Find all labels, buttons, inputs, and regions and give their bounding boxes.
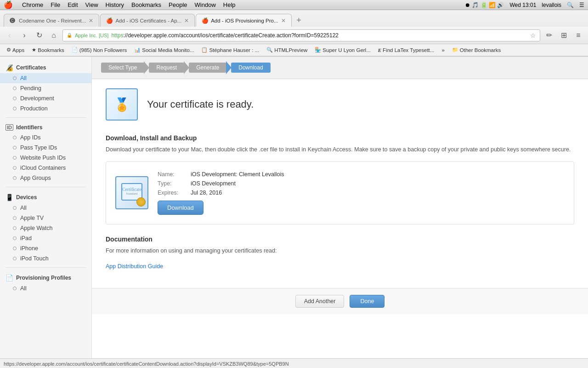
identifiers-section-header: ID Identifiers — [0, 121, 91, 132]
bookmark-apps[interactable]: ⚙ Apps — [4, 46, 27, 54]
bookmark-stephane[interactable]: 📋 Stéphane Hauser : ... — [198, 46, 262, 54]
apple-menu[interactable]: 🍎 — [4, 0, 13, 9]
bullet-appids — [13, 136, 17, 139]
extensions-button[interactable]: ✏ — [543, 29, 555, 41]
divider-1 — [6, 117, 86, 118]
address-bar[interactable]: 🔒 Apple Inc. [US] https://developer.appl… — [62, 29, 540, 41]
tab-1-close[interactable]: ✕ — [89, 17, 93, 24]
sidebar-item-all-certs[interactable]: All — [0, 73, 91, 83]
sidebar-label-iphone: iPhone — [20, 245, 38, 252]
menu-view[interactable]: View — [85, 1, 98, 8]
sidebar-item-pending[interactable]: Pending — [0, 83, 91, 93]
bookmark-htmlpreview-label: HTMLPreview — [274, 47, 307, 53]
cert-ready-icon-inner: 🏅 — [114, 97, 130, 112]
htmlpreview-icon: 🔍 — [266, 47, 273, 53]
bookmark-social[interactable]: 📊 Social Media Monito... — [131, 46, 197, 54]
secure-label: Apple Inc. [US] — [75, 33, 108, 38]
sidebar-label-all-provisioning: All — [20, 285, 27, 292]
menu-bar: 🍎 Chrome File Edit View History Bookmark… — [0, 0, 588, 10]
address-url[interactable]: https://developer.apple.com/account/ios/… — [111, 32, 527, 39]
add-another-button[interactable]: Add Another — [295, 295, 345, 308]
home-button[interactable]: ⌂ — [48, 29, 60, 41]
bullet-all-provisioning — [13, 287, 17, 290]
menu-help[interactable]: Help — [223, 1, 236, 8]
provisioning-icon: 📄 — [6, 274, 13, 282]
back-button[interactable]: ‹ — [4, 29, 16, 41]
bullet-all-certs — [13, 76, 17, 80]
bookmark-htmlpreview[interactable]: 🔍 HTMLPreview — [264, 46, 310, 54]
tab-2-favicon: 🍎 — [106, 17, 113, 24]
sidebar-label-passtypeids: Pass Type IDs — [20, 144, 57, 151]
menu-bookmarks[interactable]: Bookmarks — [131, 1, 161, 8]
chrome-menu-button[interactable]: ≡ — [572, 29, 584, 41]
menu-bar-icons: ⏺ 🎵 🔋 📶 🔊 — [465, 2, 504, 8]
app-distribution-guide-link[interactable]: App Distribution Guide — [106, 263, 163, 270]
cert-name-label: Name: — [158, 171, 185, 178]
divider-3 — [6, 267, 86, 268]
svg-text:Certificate: Certificate — [122, 187, 142, 192]
tab-2-close[interactable]: ✕ — [184, 17, 189, 24]
menu-window[interactable]: Window — [195, 1, 216, 8]
tab-3[interactable]: 🍎 Add - iOS Provisioning Pro... ✕ — [196, 14, 291, 27]
bullet-ipad — [13, 236, 17, 240]
sidebar-item-iphone[interactable]: iPhone — [0, 243, 91, 253]
download-button[interactable]: Download — [158, 201, 204, 215]
cert-ready-title: Your certificate is ready. — [147, 98, 254, 110]
sidebar-item-appgroups[interactable]: App Groups — [0, 173, 91, 183]
sidebar-item-ipad[interactable]: iPad — [0, 233, 91, 243]
sidebar-item-ipodtouch[interactable]: iPod Touch — [0, 253, 91, 264]
menu-people[interactable]: People — [169, 1, 187, 8]
cert-type-label: Type: — [158, 180, 185, 187]
tab-3-close[interactable]: ✕ — [281, 17, 286, 24]
bookmark-star[interactable]: ☆ — [530, 32, 536, 39]
sidebar-item-applewatch[interactable]: Apple Watch — [0, 223, 91, 233]
provisioning-section-header: 📄 Provisioning Profiles — [0, 271, 91, 283]
menu-history[interactable]: History — [106, 1, 124, 8]
menu-chrome[interactable]: Chrome — [22, 1, 43, 8]
bookmark-other[interactable]: 📁 Other Bookmarks — [449, 46, 503, 54]
step-download: Download — [231, 63, 270, 73]
bookmark-nonfollowers[interactable]: 📄 (985) Non Followers — [69, 46, 130, 54]
menu-bar-search[interactable]: 🔍 — [567, 2, 574, 8]
sidebar-item-websitepushids[interactable]: Website Push IDs — [0, 153, 91, 163]
bookmark-stephane-label: Stéphane Hauser : ... — [209, 47, 259, 53]
tab-1[interactable]: 🅒 Codename One - Reinvent... ✕ — [4, 14, 99, 27]
identifiers-label: Identifiers — [16, 124, 42, 131]
cert-type-value: iOS Development — [191, 180, 236, 187]
download-install-desc: Download your certificate to your Mac, t… — [106, 145, 574, 154]
certificates-label: Certificates — [16, 64, 46, 71]
sidebar-label-pending: Pending — [20, 85, 41, 92]
menu-file[interactable]: File — [51, 1, 60, 8]
devices-label: Devices — [16, 194, 37, 201]
sidebar-label-appletv: Apple TV — [20, 215, 44, 221]
menu-edit[interactable]: Edit — [68, 1, 78, 8]
bookmark-bookmarks[interactable]: ★ Bookmarks — [29, 46, 67, 54]
menu-bar-user[interactable]: levallois — [542, 2, 561, 8]
certificates-icon: 🔏 — [6, 64, 13, 71]
sidebar-item-icloudcontainers[interactable]: iCloud Containers — [0, 163, 91, 173]
sidebar-item-production[interactable]: Production — [0, 104, 91, 114]
bookmark-superu[interactable]: 🏪 Super U Lyon Gerl... — [312, 46, 373, 54]
cert-expires-row: Expires: Jul 28, 2016 — [158, 190, 565, 196]
bookmark-nonfollowers-label: (985) Non Followers — [79, 47, 127, 53]
customize-button[interactable]: ⊞ — [558, 29, 570, 41]
reload-button[interactable]: ↻ — [33, 29, 45, 41]
tab-1-favicon: 🅒 — [10, 17, 16, 24]
sidebar-label-all-certs: All — [20, 75, 27, 81]
sidebar-item-passtypeids[interactable]: Pass Type IDs — [0, 143, 91, 153]
new-tab-button[interactable]: + — [293, 14, 305, 27]
bookmarks-bar: ⚙ Apps ★ Bookmarks 📄 (985) Non Followers… — [0, 44, 588, 56]
menu-bar-list[interactable]: ☰ — [579, 2, 584, 8]
tab-2[interactable]: 🍎 Add - iOS Certificates - Ap... ✕ — [100, 14, 195, 27]
bookmark-latex[interactable]: E Find LaTex Typesett... — [375, 46, 437, 54]
sidebar-item-development[interactable]: Development — [0, 93, 91, 104]
sidebar-item-appids[interactable]: App IDs — [0, 132, 91, 143]
cert-type-row: Type: iOS Development — [158, 180, 565, 187]
sidebar-label-appids: App IDs — [20, 134, 40, 141]
sidebar-item-all-provisioning[interactable]: All — [0, 283, 91, 293]
sidebar-item-appletv[interactable]: Apple TV — [0, 213, 91, 223]
done-button[interactable]: Done — [350, 295, 384, 308]
forward-button[interactable]: › — [18, 29, 30, 41]
bookmark-more[interactable]: » — [439, 46, 447, 54]
sidebar-item-all-devices[interactable]: All — [0, 203, 91, 213]
